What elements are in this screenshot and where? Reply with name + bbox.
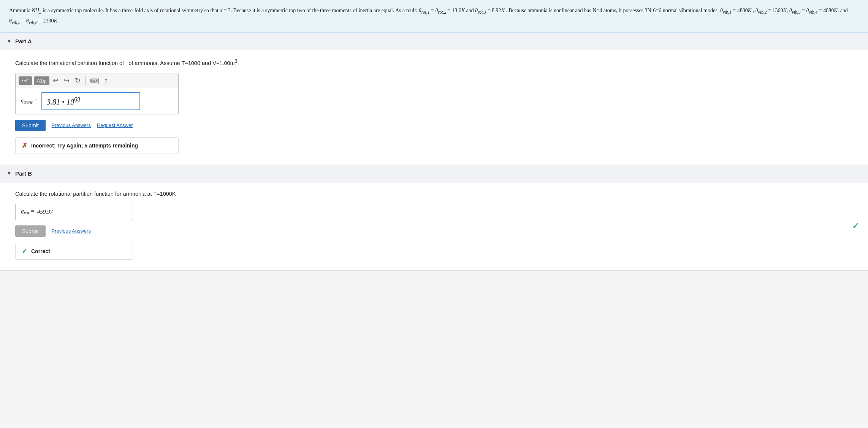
part-b-section: ▼ Part B ✓ Calculate the rotational part… <box>0 165 868 271</box>
fraction-sqrt-label: √□ <box>24 78 29 83</box>
part-a-body: Calculate the tranlational partition fun… <box>0 50 868 164</box>
symbol-button[interactable]: AΣφ <box>34 76 49 85</box>
math-toolbar: ▪ √□ AΣφ ↩ ↪ ↻ ⌨| <box>16 73 178 88</box>
math-input-field[interactable]: 3.81 • 1068 <box>41 92 140 110</box>
math-label-qtrans: qtrans = <box>21 98 38 105</box>
redo-icon: ↪ <box>64 76 70 85</box>
submit-row-a: Submit Previous Answers Request Answer <box>15 120 853 131</box>
symbol-label: AΣφ <box>37 78 46 84</box>
part-b-question: Calculate the rotational partition funct… <box>15 191 853 197</box>
part-a-section: ▼ Part A Calculate the tranlational part… <box>0 33 868 165</box>
part-a-header[interactable]: ▼ Part A <box>0 33 868 50</box>
part-a-chevron-icon: ▼ <box>7 39 11 44</box>
math-input-row: qtrans = 3.81 • 1068 <box>16 88 178 114</box>
previous-answers-button-a[interactable]: Previous Answers <box>52 122 91 128</box>
part-b-body: ✓ Calculate the rotational partition fun… <box>0 182 868 270</box>
part-b-answer-display: qrot = 459.97 <box>15 204 133 220</box>
submit-button-b[interactable]: Submit <box>15 225 46 237</box>
math-label-qrot: qrot = <box>21 208 37 216</box>
corner-checkmark: ✓ <box>852 221 859 231</box>
math-editor: ▪ √□ AΣφ ↩ ↪ ↻ ⌨| <box>15 73 179 114</box>
undo-button[interactable]: ↩ <box>51 76 60 86</box>
previous-answers-button-b[interactable]: Previous Answers <box>52 228 91 234</box>
submit-button-a[interactable]: Submit <box>15 120 46 131</box>
result-box-b: ✓ Correct <box>15 243 133 260</box>
refresh-icon: ↻ <box>75 76 81 85</box>
redo-button[interactable]: ↪ <box>62 76 71 86</box>
keyboard-icon: ⌨| <box>90 78 99 84</box>
help-button[interactable]: ? <box>103 77 109 85</box>
correct-text: Correct <box>31 248 50 254</box>
part-b-label: Part B <box>15 170 32 177</box>
undo-icon: ↩ <box>53 76 59 85</box>
part-a-label: Part A <box>15 38 32 44</box>
fraction-sqrt-icon: ▪ <box>22 78 23 83</box>
toolbar-divider <box>85 76 86 85</box>
submit-row-b: Submit Previous Answers <box>15 225 853 237</box>
keyboard-button[interactable]: ⌨| <box>88 77 101 84</box>
refresh-button[interactable]: ↻ <box>73 76 82 86</box>
intro-section: Ammonia NH3 is a symmetric top molecule.… <box>0 0 868 33</box>
part-b-value: 459.97 <box>37 209 53 215</box>
result-box-a: ✗ Incorrect; Try Again; 5 attempts remai… <box>15 137 179 154</box>
correct-icon: ✓ <box>22 247 27 255</box>
fraction-sqrt-button[interactable]: ▪ √□ <box>19 76 32 85</box>
intro-text: Ammonia NH3 is a symmetric top molecule.… <box>9 8 848 24</box>
part-b-header[interactable]: ▼ Part B <box>0 165 868 182</box>
help-icon: ? <box>105 78 108 84</box>
part-b-chevron-icon: ▼ <box>7 171 11 176</box>
part-a-question: Calculate the tranlational partition fun… <box>15 59 853 66</box>
incorrect-icon: ✗ <box>22 141 27 150</box>
request-answer-button-a[interactable]: Request Answer <box>97 122 133 128</box>
incorrect-text: Incorrect; Try Again; 5 attempts remaini… <box>31 143 138 149</box>
